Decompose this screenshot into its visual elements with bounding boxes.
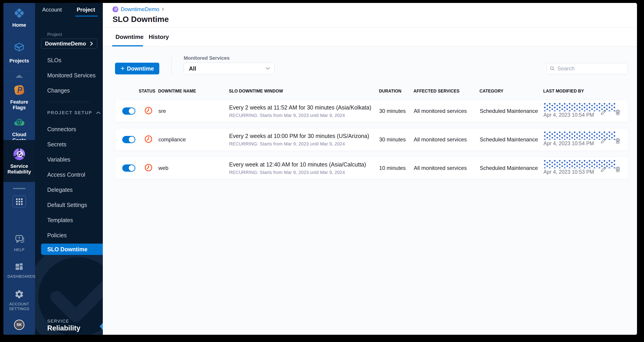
- col-last-modified-by: LAST MODIFIED BY: [543, 89, 623, 94]
- brand-line-top: SERVICE: [47, 319, 80, 324]
- projects-cube-icon: [13, 42, 26, 56]
- tab-downtime[interactable]: Downtime: [116, 27, 144, 46]
- nav-divider: [47, 102, 90, 102]
- help-chat-icon: ?: [14, 234, 25, 246]
- project-setup-label: PROJECT SETUP: [47, 110, 92, 115]
- downtime-window: Every week at 12:40 AM for 10 minutes (A…: [229, 161, 379, 168]
- sidebar-item-service-reliability[interactable]: Service Reliability: [4, 148, 35, 175]
- dashboards-icon: [15, 263, 24, 272]
- sidebar-item-label: HELP: [8, 247, 31, 252]
- status-toggle[interactable]: [122, 136, 135, 143]
- panel-collapse-handle[interactable]: [100, 323, 103, 330]
- category: Scheduled Maintenance: [480, 136, 544, 143]
- col-slo-downtime-window: SLO DOWNTIME WINDOW: [229, 89, 370, 94]
- main-area: DowntimeDemo SLO Downtime Downtime Histo…: [103, 3, 637, 335]
- table-row[interactable]: web Every week at 12:40 AM for 10 minute…: [115, 157, 628, 179]
- monitored-services-label: Monitored Services: [184, 55, 230, 61]
- add-downtime-label: Downtime: [127, 65, 154, 72]
- recurring-clock-icon: [144, 163, 153, 172]
- sidebar-item-label: Feature Flags: [6, 99, 33, 111]
- nav-item-monitored-services[interactable]: Monitored Services: [35, 68, 103, 83]
- sidebar-collapse-strip[interactable]: [4, 71, 35, 81]
- table-row[interactable]: compliance Every 2 weeks at 10:00 PM for…: [115, 128, 628, 151]
- content-area: + Downtime Monitored Services All STATUS…: [103, 46, 637, 335]
- sidebar-item-label: ACCOUNT SETTINGS: [8, 302, 31, 311]
- nav-item-changes[interactable]: Changes: [35, 83, 103, 98]
- home-icon: [13, 7, 26, 21]
- sidebar-item-help[interactable]: ? HELP: [4, 234, 35, 252]
- collapse-up-icon: [15, 75, 23, 78]
- sidebar-item-account-settings[interactable]: ACCOUNT SETTINGS: [4, 289, 35, 311]
- user-avatar[interactable]: SK: [14, 319, 24, 330]
- nav-item-slo-downtime-selected[interactable]: SLO Downtime: [41, 244, 103, 255]
- delete-icon[interactable]: [614, 166, 621, 173]
- category: Scheduled Maintenance: [480, 108, 544, 114]
- project-field-label: Project: [47, 32, 62, 37]
- sidebar-item-label: Home: [6, 22, 33, 28]
- table-header: STATUS DOWNTIME NAME SLO DOWNTIME WINDOW…: [115, 86, 628, 96]
- question-glyph: ?: [18, 236, 20, 240]
- breadcrumb: DowntimeDemo: [112, 6, 164, 13]
- category: Scheduled Maintenance: [480, 165, 544, 171]
- nav-item-delegates[interactable]: Delegates: [35, 182, 103, 197]
- tab-project[interactable]: Project: [69, 3, 103, 17]
- active-module-band: Service Reliability: [4, 140, 35, 182]
- sidebar-item-cloud-costs[interactable]: $ Cloud Costs: [4, 116, 35, 143]
- status-toggle[interactable]: [122, 164, 135, 172]
- col-affected-services: AFFECTED SERVICES: [414, 89, 476, 94]
- affected-services: All monitored services: [414, 136, 480, 143]
- col-status: STATUS: [139, 89, 157, 94]
- sidebar-item-feature-flags[interactable]: Feature Flags: [4, 84, 35, 111]
- module-brand: SERVICE Reliability: [47, 319, 80, 332]
- delete-icon[interactable]: [614, 138, 621, 144]
- tab-history[interactable]: History: [149, 27, 169, 46]
- status-toggle[interactable]: [122, 107, 135, 115]
- nav-panel: Account Project Project DowntimeDemo SLO…: [35, 3, 103, 335]
- search-icon: [550, 66, 555, 71]
- app-window: Home Projects Feature Flags $ Cloud Cost…: [4, 3, 637, 335]
- chevron-up-icon: [96, 111, 101, 114]
- module-picker-button[interactable]: [12, 196, 26, 207]
- nav-item-access-control[interactable]: Access Control: [35, 167, 103, 182]
- sidebar-item-dashboards[interactable]: DASHBOARDS: [4, 263, 35, 279]
- nav-item-connectors[interactable]: Connectors: [35, 122, 103, 137]
- project-setup-section[interactable]: PROJECT SETUP: [35, 107, 103, 118]
- downtime-window: Every 2 weeks at 10:00 PM for 30 minutes…: [229, 133, 379, 139]
- nav-item-templates[interactable]: Templates: [35, 213, 103, 228]
- table-row[interactable]: sre Every 2 weeks at 11:52 AM for 30 min…: [115, 100, 628, 122]
- nav-item-variables[interactable]: Variables: [35, 152, 103, 167]
- dollar-glyph: $: [18, 120, 20, 124]
- monitored-services-dropdown[interactable]: All: [184, 63, 274, 74]
- tab-account[interactable]: Account: [35, 3, 69, 17]
- duration: 30 minutes: [379, 136, 414, 143]
- recurring-clock-icon: [144, 106, 153, 115]
- sidebar-divider-strip[interactable]: [4, 182, 35, 195]
- nav-item-default-settings[interactable]: Default Settings: [35, 197, 103, 213]
- module-sidebar: Home Projects Feature Flags $ Cloud Cost…: [4, 3, 35, 335]
- sidebar-item-label: Projects: [6, 58, 33, 64]
- breadcrumb-project-link[interactable]: DowntimeDemo: [121, 6, 159, 13]
- edit-icon[interactable]: [600, 138, 607, 144]
- chevron-right-icon: [90, 41, 93, 46]
- nav-item-secrets[interactable]: Secrets: [35, 137, 103, 152]
- downtime-recurring: RECURRING: Starts from Mar 9, 2023 until…: [229, 170, 379, 175]
- nav-item-slos[interactable]: SLOs: [35, 53, 103, 68]
- sidebar-item-home[interactable]: Home: [4, 7, 35, 28]
- search-input[interactable]: [558, 65, 624, 72]
- nav-item-policies[interactable]: Policies: [35, 228, 103, 243]
- scope-tabs: Account Project: [35, 3, 103, 17]
- feature-flags-icon: [13, 84, 26, 98]
- plus-icon: +: [120, 65, 125, 72]
- project-selector-value: DowntimeDemo: [45, 41, 86, 47]
- col-duration: DURATION: [379, 89, 412, 94]
- sidebar-item-label: Service Reliability: [6, 163, 33, 175]
- sidebar-item-projects[interactable]: Projects: [4, 42, 35, 64]
- add-downtime-button[interactable]: + Downtime: [115, 63, 159, 74]
- delete-icon[interactable]: [614, 109, 621, 116]
- edit-icon[interactable]: [600, 166, 607, 173]
- edit-icon[interactable]: [600, 109, 607, 116]
- brand-line-bottom: Reliability: [47, 324, 80, 332]
- project-selector[interactable]: DowntimeDemo: [41, 39, 97, 49]
- downtime-recurring: RECURRING: Starts from Mar 9, 2023 until…: [229, 141, 379, 147]
- cloud-costs-icon: $: [13, 116, 26, 130]
